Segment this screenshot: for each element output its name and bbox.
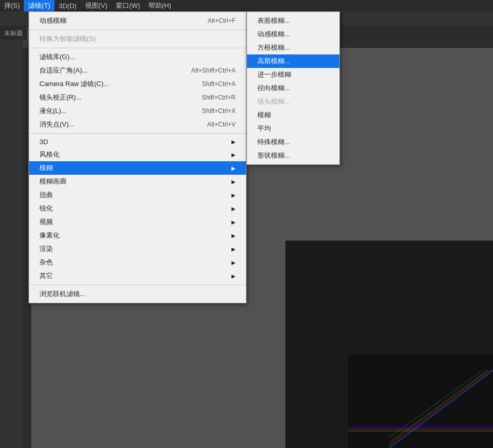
submenu-label-box-blur: 方框模糊... [257, 43, 290, 52]
menu-item-3d[interactable]: 3D [29, 136, 246, 148]
shortcut-lens-correct: Shift+Ctrl+R [202, 94, 236, 101]
menu-label-video: 视频 [39, 217, 53, 227]
shortcut-vanishing-point: Alt+Ctrl+V [207, 121, 236, 128]
menu-label-camera-raw: Camera Raw 滤镜(C)... [39, 79, 109, 89]
menu-item-distort[interactable]: 扭曲 [29, 188, 246, 202]
menu-label-motion-blur: 动感模糊 [39, 16, 66, 25]
menu-item-render[interactable]: 渲染 [29, 242, 246, 256]
glitch-svg [389, 370, 493, 448]
filter-menu: 动感模糊 Alt+Ctrl+F 转换为智能滤镜(S) 滤镜库(G)... 自适应… [29, 11, 246, 303]
menu-label-adaptive-wide: 自适应广角(A)... [39, 66, 88, 75]
menu-item-sharpen[interactable]: 锐化 [29, 202, 246, 215]
menu-label-noise: 杂色 [39, 258, 53, 267]
menu-item-stylize[interactable]: 风格化 [29, 148, 246, 161]
separator-1 [29, 30, 246, 30]
menu-label-browse-online: 浏览联机滤镜... [39, 289, 86, 299]
menu-item-vanishing-point[interactable]: 消失点(V)... Alt+Ctrl+V [29, 118, 246, 131]
menu-item-blur-gallery[interactable]: 模糊画廊 [29, 175, 246, 188]
menu-label-3d: 3D [39, 138, 48, 146]
svg-line-2 [389, 370, 488, 443]
left-tools-panel [0, 39, 23, 448]
menubar: 择(S) 滤镜(T) 3D(D) 视图(V) 窗口(W) 帮助(H) [0, 0, 493, 11]
svg-line-1 [389, 370, 490, 445]
submenu-item-motion-blur[interactable]: 动感模糊... [247, 27, 339, 41]
submenu-item-lens-blur[interactable]: 镜头模糊... [247, 95, 339, 108]
shortcut-camera-raw: Shift+Ctrl+A [202, 80, 236, 88]
submenu-item-special-blur[interactable]: 特殊模糊... [247, 135, 339, 149]
submenu-label-blur: 模糊 [257, 110, 271, 120]
menu-label-vanishing-point: 消失点(V)... [39, 120, 74, 129]
submenu-item-gaussian-blur[interactable]: 高斯模糊... [247, 54, 339, 68]
menu-label-other: 其它 [39, 271, 53, 281]
submenu-item-blur[interactable]: 模糊 [247, 108, 339, 122]
menu-item-browse-online[interactable]: 浏览联机滤镜... [29, 287, 246, 301]
menu-item-liquify[interactable]: 液化(L)... Shift+Ctrl+X [29, 104, 246, 118]
shortcut-adaptive-wide: Alt+Shift+Ctrl+A [191, 67, 236, 74]
separator-3 [29, 133, 246, 134]
menubar-item-view[interactable]: 视图(V) [81, 0, 112, 11]
menu-label-pixelate: 像素化 [39, 231, 60, 240]
svg-line-0 [389, 370, 493, 448]
menu-label-liquify: 液化(L)... [39, 106, 67, 116]
separator-4 [29, 285, 246, 285]
menu-label-filter-gallery: 滤镜库(G)... [39, 52, 75, 62]
submenu-label-shape-blur: 形状模糊... [257, 151, 290, 160]
menu-item-smart-filter[interactable]: 转换为智能滤镜(S) [29, 32, 246, 46]
menu-item-camera-raw[interactable]: Camera Raw 滤镜(C)... Shift+Ctrl+A [29, 77, 246, 91]
menu-label-blur: 模糊 [39, 163, 53, 173]
submenu-item-shape-blur[interactable]: 形状模糊... [247, 149, 339, 162]
separator-2 [29, 48, 246, 48]
blur-submenu: 表面模糊... 动感模糊... 方框模糊... 高斯模糊... 进一步模糊 径向… [246, 11, 340, 165]
submenu-item-average[interactable]: 平均 [247, 122, 339, 135]
menu-item-other[interactable]: 其它 [29, 269, 246, 283]
menu-label-blur-gallery: 模糊画廊 [39, 177, 66, 186]
menu-item-lens-correct[interactable]: 镜头校正(R)... Shift+Ctrl+R [29, 91, 246, 104]
submenu-label-more-blur: 进一步模糊 [257, 70, 291, 79]
svg-line-3 [389, 370, 483, 438]
menu-item-noise[interactable]: 杂色 [29, 256, 246, 269]
submenu-label-radial-blur: 径向模糊... [257, 83, 290, 93]
submenu-item-box-blur[interactable]: 方框模糊... [247, 41, 339, 54]
menubar-item-help[interactable]: 帮助(H) [144, 0, 175, 11]
menubar-item-3d[interactable]: 3D(D) [54, 1, 81, 11]
submenu-item-surface-blur[interactable]: 表面模糊... [247, 14, 339, 27]
menu-item-video[interactable]: 视频 [29, 215, 246, 229]
menu-item-blur[interactable]: 模糊 [29, 161, 246, 175]
submenu-label-special-blur: 特殊模糊... [257, 137, 290, 147]
menu-label-distort: 扭曲 [39, 190, 53, 200]
shortcut-motion-blur: Alt+Ctrl+F [208, 17, 236, 24]
submenu-item-radial-blur[interactable]: 径向模糊... [247, 81, 339, 95]
menu-label-render: 渲染 [39, 244, 53, 254]
submenu-label-lens-blur: 镜头模糊... [257, 97, 290, 106]
submenu-item-more-blur[interactable]: 进一步模糊 [247, 68, 339, 81]
menu-item-motion-blur[interactable]: 动感模糊 Alt+Ctrl+F [29, 14, 246, 27]
glitch-area [348, 355, 493, 448]
menubar-item-select[interactable]: 择(S) [0, 0, 24, 11]
menu-item-adaptive-wide[interactable]: 自适应广角(A)... Alt+Shift+Ctrl+A [29, 64, 246, 77]
menu-label-lens-correct: 镜头校正(R)... [39, 93, 81, 102]
submenu-label-average: 平均 [257, 124, 271, 133]
menu-label-stylize: 风格化 [39, 150, 60, 159]
menu-label-sharpen: 锐化 [39, 204, 53, 213]
menu-label-smart-filter: 转换为智能滤镜(S) [39, 34, 95, 44]
menubar-item-window[interactable]: 窗口(W) [112, 0, 144, 11]
submenu-label-gaussian-blur: 高斯模糊... [257, 57, 290, 66]
menubar-item-filter[interactable]: 滤镜(T) [24, 0, 54, 11]
shortcut-liquify: Shift+Ctrl+X [202, 107, 236, 115]
submenu-label-motion-blur: 动感模糊... [257, 30, 290, 39]
submenu-label-surface-blur: 表面模糊... [257, 16, 290, 25]
menu-item-pixelate[interactable]: 像素化 [29, 229, 246, 242]
menu-item-filter-gallery[interactable]: 滤镜库(G)... [29, 50, 246, 64]
